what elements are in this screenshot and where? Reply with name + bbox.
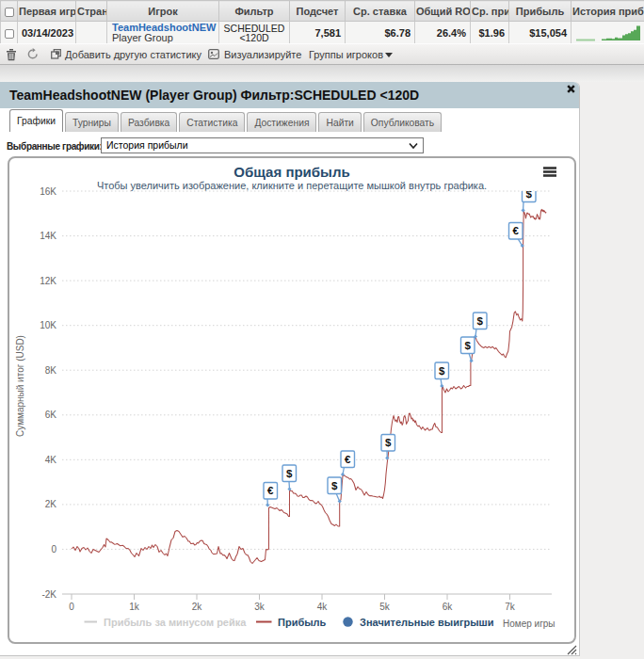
svg-text:Чтобы увеличить изображение, к: Чтобы увеличить изображение, кликните и …	[97, 180, 487, 191]
svg-text:0: 0	[69, 602, 74, 612]
svg-text:Прибыль: Прибыль	[278, 617, 327, 628]
svg-text:$: $	[465, 340, 472, 351]
svg-text:$: $	[331, 480, 338, 491]
svg-text:12K: 12K	[40, 276, 56, 286]
svg-text:$: $	[526, 188, 533, 200]
svg-text:6K: 6K	[45, 410, 57, 420]
svg-text:Суммарный итог (USD): Суммарный итог (USD)	[15, 335, 25, 437]
svg-text:2k: 2k	[192, 602, 203, 612]
svg-text:Номер игры: Номер игры	[503, 619, 555, 629]
svg-text:$: $	[439, 365, 445, 377]
svg-text:7k: 7k	[505, 602, 516, 612]
svg-text:4k: 4k	[317, 602, 329, 612]
svg-text:€: €	[267, 485, 274, 496]
svg-text:$: $	[385, 437, 392, 448]
svg-text:10K: 10K	[40, 320, 56, 330]
svg-text:1k: 1k	[129, 602, 140, 612]
svg-text:$: $	[477, 315, 484, 327]
svg-text:8K: 8K	[45, 365, 57, 376]
svg-text:6k: 6k	[443, 602, 454, 612]
svg-text:16K: 16K	[40, 186, 56, 197]
svg-text:0: 0	[51, 544, 56, 555]
svg-text:Значительные выигрыши: Значительные выигрыши	[360, 617, 494, 628]
svg-text:5k: 5k	[379, 602, 391, 612]
svg-text:€: €	[345, 454, 351, 465]
svg-text:Прибыль за минусом рейка: Прибыль за минусом рейка	[104, 617, 247, 628]
svg-text:$: $	[286, 468, 293, 479]
svg-text:3k: 3k	[254, 602, 266, 612]
svg-text:€: €	[513, 225, 520, 236]
svg-text:-2K: -2K	[41, 589, 56, 600]
svg-text:2K: 2K	[45, 499, 57, 509]
svg-text:14K: 14K	[40, 231, 56, 241]
svg-text:Общая прибыль: Общая прибыль	[233, 164, 349, 180]
svg-text:4K: 4K	[45, 455, 57, 465]
